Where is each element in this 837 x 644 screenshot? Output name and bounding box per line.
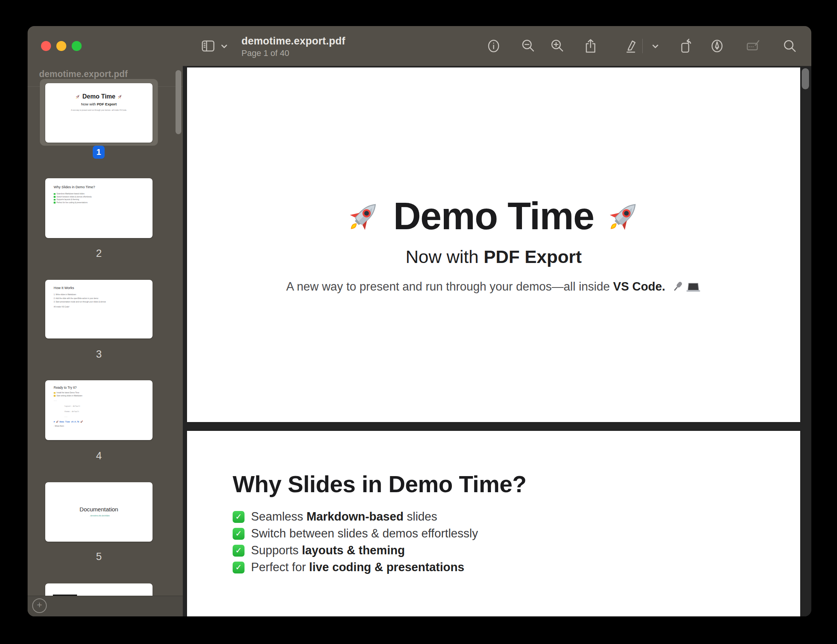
slide-heading: Why Slides in Demo Time? <box>233 471 526 498</box>
thumb4-footer: - Show them <box>54 424 153 428</box>
bullet-list: Seamless Markdown-based slides Switch be… <box>233 508 478 576</box>
sidebar-scrollbar-thumb[interactable] <box>176 70 181 134</box>
page-thumbnail-1[interactable]: Demo Time Now with PDF Export A new way … <box>45 83 153 143</box>
page-thumbnail-4[interactable]: Ready to Try It? Install the latest Demo… <box>45 380 153 440</box>
rotate-left-button[interactable] <box>677 37 695 55</box>
form-fill-button[interactable] <box>744 37 762 55</box>
thumb2-item: Switch between slides & demos effortless… <box>57 196 92 199</box>
sidebar-bottom-bar: + <box>28 596 183 616</box>
slide-tagline: A new way to present and run through you… <box>286 280 613 293</box>
thumb3-title: How It Works <box>54 286 153 290</box>
rocket-icon <box>75 94 80 99</box>
check-icon <box>54 202 56 204</box>
chevron-down-icon[interactable] <box>218 40 230 52</box>
bullet-item: Seamless Markdown-based slides <box>233 508 478 525</box>
bullet-item: Supports layouts & theming <box>233 542 478 559</box>
bolt-icon <box>54 392 56 394</box>
microphone-icon <box>673 280 683 293</box>
pdf-page-1: Demo Time Now with PDF Export A new way … <box>187 67 800 422</box>
thumb4-item: Start writing slides in Markdown <box>57 394 82 398</box>
share-button[interactable] <box>582 37 599 55</box>
page-number-label: 2 <box>45 248 153 260</box>
document-view: Demo Time Now with PDF Export A new way … <box>183 66 811 616</box>
slide-subtitle: Now with <box>405 246 484 267</box>
check-icon <box>233 562 245 573</box>
thumb4-item: Install the latest Demo Time <box>57 391 79 394</box>
toolbar-divider <box>642 39 643 53</box>
thumb1-subtitle: Now with <box>81 102 97 106</box>
thumb4-code-heading: # 🚀 Demo Time v0.0.76 🚀 <box>54 421 153 423</box>
thumb3-item: 2. Add the slide with the openSlide acti… <box>54 297 153 301</box>
check-icon <box>54 193 56 195</box>
rocket-icon <box>117 94 123 99</box>
thumb2-item: Seamless Markdown-based slides <box>57 192 85 196</box>
thumb2-title: Why Slides in Demo Time? <box>54 185 153 189</box>
thumb4-code: --- <box>54 400 57 402</box>
rocket-icon <box>345 197 382 235</box>
check-icon <box>54 196 56 198</box>
search-button[interactable] <box>781 37 798 55</box>
page-thumbnail-3[interactable]: How It Works 1. Write slides in Markdown… <box>45 280 153 338</box>
highlighter-button[interactable] <box>622 37 640 55</box>
zoom-out-button[interactable] <box>519 37 537 55</box>
thumb3-item: 3. Start presentation mode and run throu… <box>54 300 153 304</box>
check-icon <box>233 511 245 523</box>
rocket-icon <box>605 197 642 235</box>
slide-subtitle-bold: PDF Export <box>484 246 582 267</box>
bullet-item: Switch between slides & demos effortless… <box>233 525 478 542</box>
thumb4-code: layout: default <box>64 405 80 407</box>
page-number-label: 5 <box>45 551 153 563</box>
main-area: demotime.export.pdf Page 1 of 40 <box>183 26 811 616</box>
thumb5-link: → demotime.elio.dev/slides <box>45 515 153 517</box>
thumb3-item: All inside VS Code! <box>54 305 153 309</box>
sidebar-document-title: demotime.export.pdf <box>39 69 169 79</box>
thumb2-item: Perfect for live coding & presentations <box>57 201 88 204</box>
page-number-badge-selected: 1 <box>93 146 105 159</box>
page-number-label: 4 <box>45 450 153 462</box>
thumb1-title: Demo Time <box>82 93 115 100</box>
preview-window: demotime.export.pdf Demo Time Now with P… <box>28 26 811 616</box>
page-indicator: Page 1 of 40 <box>241 48 289 58</box>
info-button[interactable] <box>485 37 502 55</box>
document-scrollbar-thumb[interactable] <box>802 68 809 89</box>
minimize-window-button[interactable] <box>56 41 66 51</box>
page-thumbnail-2[interactable]: Why Slides in Demo Time? Seamless Markdo… <box>45 178 153 238</box>
slide-title: Demo Time <box>393 194 594 238</box>
add-page-button[interactable]: + <box>32 598 47 613</box>
page-thumbnail-5[interactable]: Documentation → demotime.elio.dev/slides <box>45 482 153 542</box>
zoom-window-button[interactable] <box>72 41 82 51</box>
close-window-button[interactable] <box>41 41 51 51</box>
thumb3-item: 1. Write slides in Markdown <box>54 293 153 297</box>
thumb1-tagline: A new way to present and run through you… <box>45 109 153 111</box>
markup-pen-button[interactable] <box>708 37 726 55</box>
check-icon <box>233 545 245 557</box>
sidebar-toggle-button[interactable] <box>199 37 217 55</box>
page-number-label: 3 <box>45 348 153 360</box>
slide-tagline-bold: VS Code. <box>613 280 665 293</box>
zoom-in-button[interactable] <box>548 37 566 55</box>
check-icon <box>54 199 56 201</box>
highlight-chevron-icon[interactable] <box>650 40 661 52</box>
document-title: demotime.export.pdf <box>241 35 345 47</box>
check-icon <box>233 528 245 540</box>
thumb4-code: --- <box>64 416 67 418</box>
thumb2-item: Supports layouts & theming <box>57 198 79 201</box>
thumbnail-sidebar: demotime.export.pdf Demo Time Now with P… <box>28 26 183 616</box>
toolbar: demotime.export.pdf Page 1 of 40 <box>183 26 811 66</box>
bolt-icon <box>54 395 56 397</box>
laptop-icon <box>686 282 701 293</box>
thumb5-title: Documentation <box>45 506 153 513</box>
bullet-item: Perfect for live coding & presentations <box>233 559 478 576</box>
thumb1-subtitle-bold: PDF Export <box>97 102 117 106</box>
pdf-page-2: Why Slides in Demo Time? Seamless Markdo… <box>187 431 800 616</box>
thumb4-code: theme: default <box>64 411 79 412</box>
thumb4-title: Ready to Try It? <box>54 386 153 389</box>
